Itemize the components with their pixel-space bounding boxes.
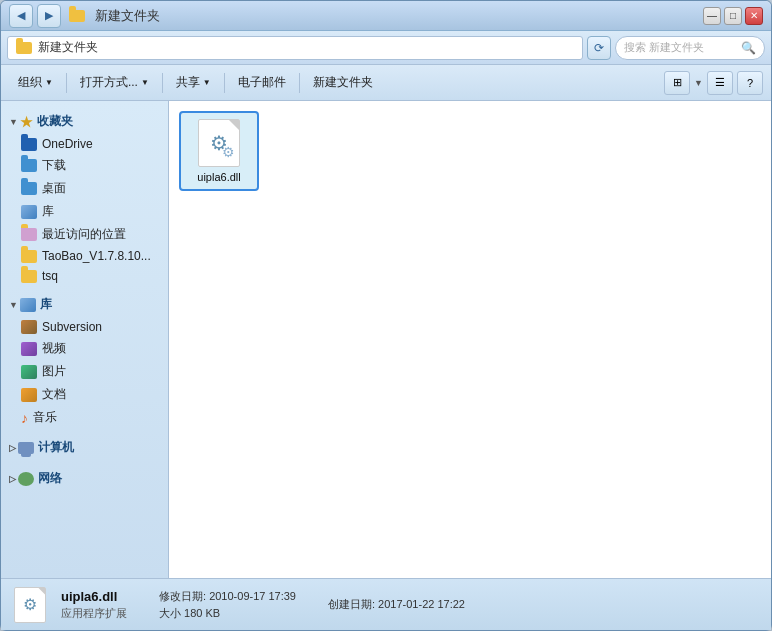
sidebar-item-downloads[interactable]: 下载 xyxy=(1,154,168,177)
downloads-label: 下载 xyxy=(42,157,66,174)
video-icon xyxy=(21,342,37,356)
organize-button[interactable]: 组织 ▼ xyxy=(9,69,62,97)
computer-section[interactable]: ▷ 计算机 xyxy=(1,435,168,460)
computer-chevron-icon: ▷ xyxy=(9,443,16,453)
library2-chevron-icon: ▼ xyxy=(9,300,18,310)
search-placeholder: 搜索 新建文件夹 xyxy=(624,40,704,55)
sidebar-item-music[interactable]: ♪ 音乐 xyxy=(1,406,168,429)
status-size-row: 大小 180 KB xyxy=(159,606,296,621)
toolbar-separator-2 xyxy=(162,73,163,93)
sidebar: ▼ ★ 收藏夹 OneDrive 下载 桌面 库 最近访 xyxy=(1,101,169,578)
status-created-details: 创建日期: 2017-01-22 17:22 xyxy=(328,597,465,612)
created-value: 2017-01-22 17:22 xyxy=(378,598,465,610)
sidebar-item-video[interactable]: 视频 xyxy=(1,337,168,360)
share-chevron-icon: ▼ xyxy=(203,78,211,87)
status-file-icon: ⚙ xyxy=(11,586,49,624)
recent-icon xyxy=(21,228,37,241)
close-button[interactable]: ✕ xyxy=(745,7,763,25)
downloads-icon xyxy=(21,159,37,172)
network-chevron-icon: ▷ xyxy=(9,474,16,484)
view-chevron-icon: ▼ xyxy=(694,78,703,88)
window-title: 新建文件夹 xyxy=(95,7,160,25)
content-area: ⚙ ⚙ uipla6.dll xyxy=(169,101,771,578)
title-bar-left: ◀ ▶ 新建文件夹 xyxy=(9,4,160,28)
video-label: 视频 xyxy=(42,340,66,357)
favorites-label: 收藏夹 xyxy=(37,113,73,130)
modified-value: 2010-09-17 17:39 xyxy=(209,590,296,602)
sidebar-item-docs[interactable]: 文档 xyxy=(1,383,168,406)
email-button[interactable]: 电子邮件 xyxy=(229,69,295,97)
maximize-button[interactable]: □ xyxy=(724,7,742,25)
image-label: 图片 xyxy=(42,363,66,380)
refresh-button[interactable]: ⟳ xyxy=(587,36,611,60)
minimize-button[interactable]: — xyxy=(703,7,721,25)
details-pane-button[interactable]: ☰ xyxy=(707,71,733,95)
library-icon xyxy=(21,205,37,219)
library2-icon xyxy=(20,298,36,312)
recent-label: 最近访问的位置 xyxy=(42,226,126,243)
subversion-label: Subversion xyxy=(42,320,102,334)
share-label: 共享 xyxy=(176,74,200,91)
window: ◀ ▶ 新建文件夹 — □ ✕ 新建文件夹 ⟳ 搜索 新建文件夹 🔍 组织 ▼ xyxy=(0,0,772,631)
folder-icon xyxy=(69,10,85,22)
sidebar-item-image[interactable]: 图片 xyxy=(1,360,168,383)
address-text: 新建文件夹 xyxy=(38,39,98,56)
back-button[interactable]: ◀ xyxy=(9,4,33,28)
modified-label: 修改日期: xyxy=(159,590,206,602)
toolbar-right: ⊞ ▼ ☰ ? xyxy=(664,71,763,95)
sidebar-item-library[interactable]: 库 xyxy=(1,200,168,223)
sidebar-item-recent[interactable]: 最近访问的位置 xyxy=(1,223,168,246)
tsq-label: tsq xyxy=(42,269,58,283)
sidebar-item-tsq[interactable]: tsq xyxy=(1,266,168,286)
favorites-section[interactable]: ▼ ★ 收藏夹 xyxy=(1,109,168,134)
forward-button[interactable]: ▶ xyxy=(37,4,61,28)
size-label: 大小 xyxy=(159,607,181,619)
sidebar-item-subversion[interactable]: Subversion xyxy=(1,317,168,337)
gear-icon: ⚙ xyxy=(210,131,228,155)
status-info: uipla6.dll 应用程序扩展 xyxy=(61,589,127,621)
library-label: 库 xyxy=(42,203,54,220)
sidebar-item-onedrive[interactable]: OneDrive xyxy=(1,134,168,154)
new-folder-label: 新建文件夹 xyxy=(313,74,373,91)
docs-label: 文档 xyxy=(42,386,66,403)
sidebar-item-taobao[interactable]: TaoBao_V1.7.8.10... xyxy=(1,246,168,266)
music-icon: ♪ xyxy=(21,410,28,426)
status-bar: ⚙ uipla6.dll 应用程序扩展 修改日期: 2010-09-17 17:… xyxy=(1,578,771,630)
organize-chevron-icon: ▼ xyxy=(45,78,53,87)
file-label: uipla6.dll xyxy=(197,171,240,183)
sidebar-item-desktop[interactable]: 桌面 xyxy=(1,177,168,200)
library2-section[interactable]: ▼ 库 xyxy=(1,292,168,317)
toolbar-separator-3 xyxy=(224,73,225,93)
tsq-icon xyxy=(21,270,37,283)
computer-icon xyxy=(18,442,34,454)
file-item-dll[interactable]: ⚙ ⚙ uipla6.dll xyxy=(179,111,259,191)
network-label: 网络 xyxy=(38,470,62,487)
taobao-label: TaoBao_V1.7.8.10... xyxy=(42,249,151,263)
open-with-chevron-icon: ▼ xyxy=(141,78,149,87)
library2-label: 库 xyxy=(40,296,52,313)
desktop-icon xyxy=(21,182,37,195)
view-toggle-button[interactable]: ⊞ xyxy=(664,71,690,95)
address-input[interactable]: 新建文件夹 xyxy=(7,36,583,60)
address-bar: 新建文件夹 ⟳ 搜索 新建文件夹 🔍 xyxy=(1,31,771,65)
status-created-row: 创建日期: 2017-01-22 17:22 xyxy=(328,597,465,612)
email-label: 电子邮件 xyxy=(238,74,286,91)
share-button[interactable]: 共享 ▼ xyxy=(167,69,220,97)
title-bar: ◀ ▶ 新建文件夹 — □ ✕ xyxy=(1,1,771,31)
status-details: 修改日期: 2010-09-17 17:39 大小 180 KB xyxy=(159,589,296,621)
dll-icon-bg: ⚙ ⚙ xyxy=(198,119,240,167)
created-label: 创建日期: xyxy=(328,598,375,610)
taobao-icon xyxy=(21,250,37,263)
organize-label: 组织 xyxy=(18,74,42,91)
new-folder-button[interactable]: 新建文件夹 xyxy=(304,69,382,97)
search-box[interactable]: 搜索 新建文件夹 🔍 xyxy=(615,36,765,60)
onedrive-icon xyxy=(21,138,37,151)
help-button[interactable]: ? xyxy=(737,71,763,95)
open-with-button[interactable]: 打开方式... ▼ xyxy=(71,69,158,97)
address-folder-icon xyxy=(16,42,32,54)
network-section[interactable]: ▷ 网络 xyxy=(1,466,168,491)
status-type: 应用程序扩展 xyxy=(61,606,127,621)
dll-file-icon: ⚙ ⚙ xyxy=(195,119,243,167)
toolbar: 组织 ▼ 打开方式... ▼ 共享 ▼ 电子邮件 新建文件夹 ⊞ ▼ ☰ ? xyxy=(1,65,771,101)
image-icon xyxy=(21,365,37,379)
